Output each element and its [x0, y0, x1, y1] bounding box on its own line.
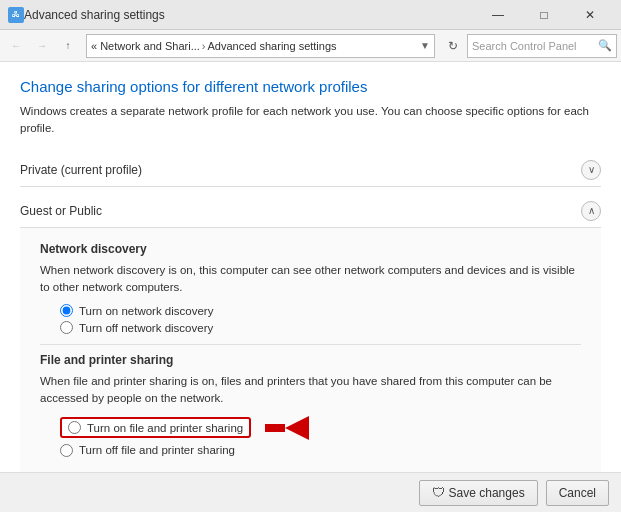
address-dropdown-icon[interactable]: ▼ — [420, 40, 430, 51]
fps-off-radio[interactable] — [60, 444, 73, 457]
file-printer-desc: When file and printer sharing is on, fil… — [40, 373, 581, 408]
page-description: Windows creates a separate network profi… — [20, 103, 601, 138]
search-box[interactable]: Search Control Panel 🔍 — [467, 34, 617, 58]
breadcrumb-sep: › — [202, 40, 206, 52]
file-printer-options: Turn on file and printer sharing Turn of… — [60, 416, 581, 457]
cancel-label: Cancel — [559, 486, 596, 500]
nd-off-label: Turn off network discovery — [79, 322, 213, 334]
nd-off-option[interactable]: Turn off network discovery — [60, 321, 581, 334]
close-button[interactable]: ✕ — [567, 0, 613, 30]
app-icon: 🖧 — [8, 7, 24, 23]
forward-button[interactable]: → — [30, 34, 54, 58]
breadcrumb-current: Advanced sharing settings — [208, 40, 337, 52]
maximize-button[interactable]: □ — [521, 0, 567, 30]
settings-panel: Change sharing options for different net… — [0, 62, 621, 472]
fps-off-label: Turn off file and printer sharing — [79, 444, 235, 456]
fps-on-radio[interactable] — [68, 421, 81, 434]
guest-public-content: Network discovery When network discovery… — [20, 228, 601, 473]
section-guest-label: Guest or Public — [20, 204, 581, 218]
network-discovery-desc: When network discovery is on, this compu… — [40, 262, 581, 297]
footer: 🛡 Save changes Cancel — [0, 472, 621, 512]
refresh-button[interactable]: ↻ — [441, 34, 465, 58]
section-guest-public[interactable]: Guest or Public ∧ — [20, 195, 601, 228]
arrow-annotation — [265, 416, 309, 440]
page-title: Change sharing options for different net… — [20, 78, 601, 95]
navigation-bar: ← → ↑ « Network and Shari... › Advanced … — [0, 30, 621, 62]
cancel-button[interactable]: Cancel — [546, 480, 609, 506]
nd-on-radio[interactable] — [60, 304, 73, 317]
minimize-button[interactable]: — — [475, 0, 521, 30]
nd-on-option[interactable]: Turn on network discovery — [60, 304, 581, 317]
fps-on-label: Turn on file and printer sharing — [87, 422, 243, 434]
arrow-body — [265, 424, 285, 432]
window-title: Advanced sharing settings — [24, 8, 475, 22]
back-button[interactable]: ← — [4, 34, 28, 58]
up-button[interactable]: ↑ — [56, 34, 80, 58]
nd-off-radio[interactable] — [60, 321, 73, 334]
window-controls: — □ ✕ — [475, 0, 613, 30]
breadcrumb: « Network and Shari... › Advanced sharin… — [91, 40, 337, 52]
save-changes-button[interactable]: 🛡 Save changes — [419, 480, 538, 506]
breadcrumb-network: « Network and Shari... — [91, 40, 200, 52]
title-bar: 🖧 Advanced sharing settings — □ ✕ — [0, 0, 621, 30]
fps-on-highlighted: Turn on file and printer sharing — [60, 417, 251, 438]
nd-on-label: Turn on network discovery — [79, 305, 213, 317]
shield-icon: 🛡 — [432, 485, 445, 500]
address-bar: « Network and Shari... › Advanced sharin… — [86, 34, 435, 58]
search-placeholder: Search Control Panel — [472, 40, 577, 52]
section-private-label: Private (current profile) — [20, 163, 581, 177]
section-guest-chevron: ∧ — [581, 201, 601, 221]
fps-on-option[interactable]: Turn on file and printer sharing — [60, 416, 581, 440]
subsection-divider — [40, 344, 581, 345]
save-label: Save changes — [449, 486, 525, 500]
section-private[interactable]: Private (current profile) ∨ — [20, 154, 601, 187]
search-icon: 🔍 — [598, 39, 612, 52]
section-private-chevron: ∨ — [581, 160, 601, 180]
network-discovery-title: Network discovery — [40, 242, 581, 256]
network-discovery-options: Turn on network discovery Turn off netwo… — [60, 304, 581, 334]
file-printer-title: File and printer sharing — [40, 353, 581, 367]
arrow-head — [285, 416, 309, 440]
content-area: Change sharing options for different net… — [0, 62, 621, 512]
fps-off-option[interactable]: Turn off file and printer sharing — [60, 444, 581, 457]
